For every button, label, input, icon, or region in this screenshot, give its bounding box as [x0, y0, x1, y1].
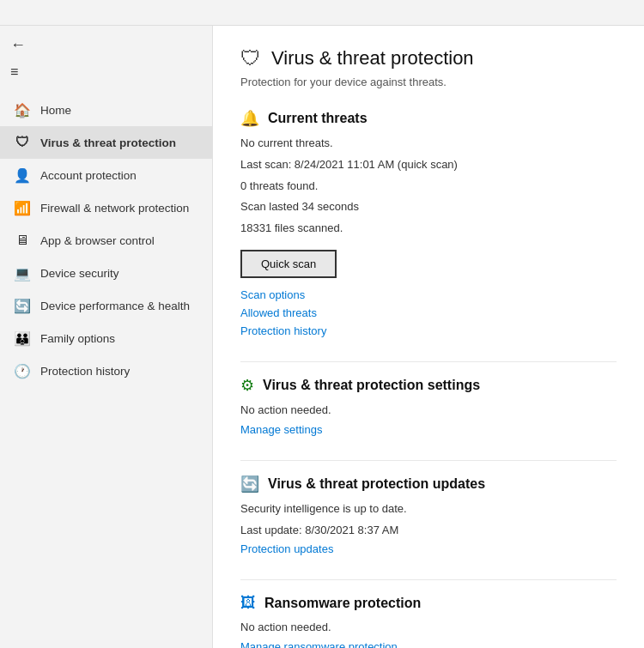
section-line-virus-threat-updates-1: Last update: 8/30/2021 8:37 AM — [240, 522, 617, 540]
section-title-ransomware-protection: Ransomware protection — [264, 596, 421, 611]
section-current-threats: 🔔 Current threats No current threats.Las… — [240, 109, 617, 337]
page-header-icon: 🛡 — [240, 46, 261, 70]
quick-scan-button[interactable]: Quick scan — [240, 250, 337, 278]
nav-label-device-performance: Device performance & health — [40, 300, 190, 312]
sidebar-item-device-security[interactable]: 💻 Device security — [0, 257, 212, 289]
section-divider-0 — [240, 361, 617, 362]
sidebar-item-family-options[interactable]: 👪 Family options — [0, 322, 212, 354]
sidebar-item-virus-threat[interactable]: 🛡 Virus & threat protection — [0, 126, 212, 159]
section-line-virus-threat-updates-0: Security intelligence is up to date. — [240, 500, 617, 518]
section-line-current-threats-2: 0 threats found. — [240, 178, 617, 196]
sidebar-item-firewall-network[interactable]: 📶 Firewall & network protection — [0, 191, 212, 224]
section-icon-current-threats: 🔔 — [240, 109, 259, 128]
nav-icon-device-performance: 🔄 — [15, 298, 30, 313]
section-line-current-threats-0: No current threats. — [240, 135, 617, 153]
link-virus-threat-updates-0[interactable]: Protection updates — [240, 542, 617, 555]
menu-icon[interactable]: ≡ — [10, 61, 36, 83]
section-header-current-threats: 🔔 Current threats — [240, 109, 617, 128]
section-header-ransomware-protection: 🖼 Ransomware protection — [240, 594, 617, 612]
nav-label-home: Home — [40, 104, 71, 117]
nav-icon-virus-threat: 🛡 — [15, 135, 30, 150]
back-button[interactable]: ← — [10, 33, 36, 58]
section-virus-threat-updates: 🔄 Virus & threat protection updates Secu… — [240, 475, 617, 556]
section-title-virus-threat-settings: Virus & threat protection settings — [263, 378, 480, 393]
sidebar-nav: 🏠 Home 🛡 Virus & threat protection 👤 Acc… — [0, 94, 212, 387]
section-icon-virus-threat-updates: 🔄 — [240, 475, 259, 494]
sidebar-item-device-performance[interactable]: 🔄 Device performance & health — [0, 289, 212, 322]
section-title-current-threats: Current threats — [268, 111, 368, 126]
nav-label-protection-history: Protection history — [40, 365, 130, 378]
section-icon-virus-threat-settings: ⚙ — [240, 376, 254, 395]
nav-label-virus-threat: Virus & threat protection — [40, 136, 176, 149]
app-container: ← ≡ 🏠 Home 🛡 Virus & threat protection 👤… — [0, 26, 644, 648]
section-icon-ransomware-protection: 🖼 — [240, 594, 256, 612]
link-current-threats-0[interactable]: Scan options — [240, 288, 617, 301]
nav-label-device-security: Device security — [40, 267, 119, 280]
sidebar-item-app-browser[interactable]: 🖥 App & browser control — [0, 224, 212, 257]
page-subtitle: Protection for your device against threa… — [240, 76, 617, 88]
sidebar-item-account-protection[interactable]: 👤 Account protection — [0, 159, 212, 191]
nav-icon-home: 🏠 — [15, 102, 30, 118]
section-line-current-threats-1: Last scan: 8/24/2021 11:01 AM (quick sca… — [240, 156, 617, 174]
section-line-virus-threat-settings-0: No action needed. — [240, 402, 617, 420]
sidebar-item-home[interactable]: 🏠 Home — [0, 94, 212, 126]
title-bar — [0, 0, 644, 26]
nav-label-account-protection: Account protection — [40, 169, 137, 182]
link-ransomware-protection-0[interactable]: Manage ransomware protection — [240, 640, 617, 648]
nav-icon-firewall-network: 📶 — [15, 200, 30, 215]
nav-icon-family-options: 👪 — [15, 330, 30, 346]
section-header-virus-threat-updates: 🔄 Virus & threat protection updates — [240, 475, 617, 494]
sidebar-item-protection-history[interactable]: 🕐 Protection history — [0, 354, 212, 387]
section-ransomware-protection: 🖼 Ransomware protection No action needed… — [240, 594, 617, 648]
nav-icon-account-protection: 👤 — [15, 167, 30, 183]
sidebar: ← ≡ 🏠 Home 🛡 Virus & threat protection 👤… — [0, 26, 213, 648]
nav-label-family-options: Family options — [40, 332, 115, 345]
section-header-virus-threat-settings: ⚙ Virus & threat protection settings — [240, 376, 617, 395]
nav-label-firewall-network: Firewall & network protection — [40, 202, 189, 215]
link-current-threats-2[interactable]: Protection history — [240, 324, 617, 337]
nav-icon-protection-history: 🕐 — [15, 363, 30, 379]
section-line-current-threats-4: 18331 files scanned. — [240, 220, 617, 238]
page-title: Virus & threat protection — [271, 47, 474, 70]
page-header: 🛡 Virus & threat protection — [240, 46, 617, 70]
link-current-threats-1[interactable]: Allowed threats — [240, 306, 617, 319]
section-divider-1 — [240, 460, 617, 461]
nav-icon-device-security: 💻 — [15, 265, 30, 281]
section-line-current-threats-3: Scan lasted 34 seconds — [240, 198, 617, 216]
section-divider-2 — [240, 579, 617, 580]
section-title-virus-threat-updates: Virus & threat protection updates — [268, 476, 485, 492]
main-content: 🛡 Virus & threat protection Protection f… — [213, 26, 644, 648]
link-virus-threat-settings-0[interactable]: Manage settings — [240, 423, 617, 436]
nav-label-app-browser: App & browser control — [40, 234, 155, 247]
nav-icon-app-browser: 🖥 — [15, 233, 30, 248]
section-virus-threat-settings: ⚙ Virus & threat protection settings No … — [240, 376, 617, 436]
sidebar-top: ← ≡ — [0, 26, 212, 90]
section-line-ransomware-protection-0: No action needed. — [240, 619, 617, 637]
